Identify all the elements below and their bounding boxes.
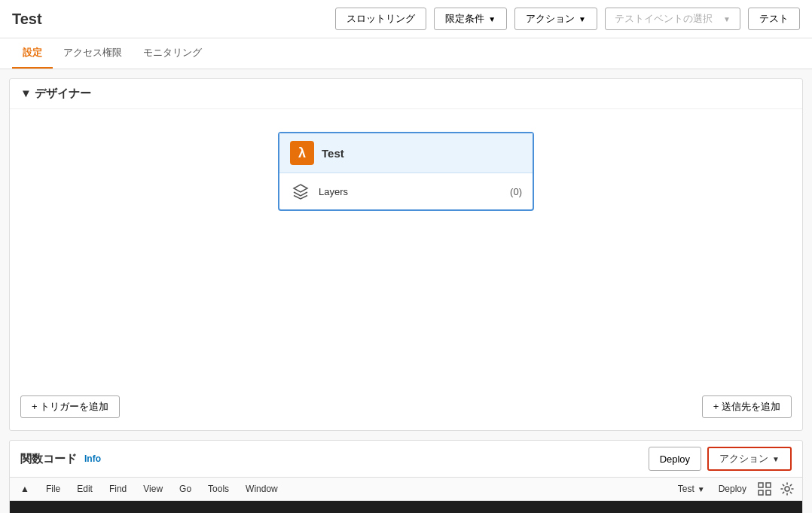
action-arrow-icon: ▼ bbox=[578, 15, 586, 23]
gear-icon[interactable] bbox=[780, 481, 795, 496]
throttle-button[interactable]: スロットリング bbox=[335, 8, 426, 30]
svg-rect-2 bbox=[766, 483, 771, 487]
svg-rect-4 bbox=[766, 490, 771, 495]
tab-monitoring[interactable]: モニタリング bbox=[133, 38, 212, 69]
code-section: 関数コード Info Deploy アクション ▼ ▲ File Edit Fi… bbox=[9, 440, 803, 513]
edit-menu[interactable]: Edit bbox=[74, 482, 96, 496]
tab-settings[interactable]: 設定 bbox=[12, 38, 53, 69]
test-event-select[interactable]: テストイベントの選択 ▼ bbox=[605, 8, 740, 30]
test-dropdown-icon: ▼ bbox=[698, 485, 705, 493]
editor-toolbar: ▲ File Edit Find View Go Tools Window Te… bbox=[10, 478, 802, 501]
info-badge[interactable]: Info bbox=[84, 453, 101, 464]
layers-count: (0) bbox=[510, 186, 522, 197]
svg-rect-1 bbox=[759, 483, 763, 487]
designer-header: ▼ デザイナー bbox=[10, 79, 802, 109]
tools-menu[interactable]: Tools bbox=[205, 482, 232, 496]
page-header: Test スロットリング 限定条件 ▼ アクション ▼ テストイベントの選択 ▼… bbox=[0, 0, 812, 38]
editor-deploy-btn[interactable]: Deploy bbox=[716, 482, 749, 496]
code-action-button[interactable]: アクション ▼ bbox=[707, 447, 792, 471]
designer-buttons: + トリガーを追加 + 送信先を追加 bbox=[10, 395, 802, 430]
test-event-arrow-icon: ▼ bbox=[723, 15, 731, 23]
editor-content[interactable]: チ bbox=[10, 501, 802, 513]
code-section-header: 関数コード Info Deploy アクション ▼ bbox=[10, 441, 802, 478]
lambda-node-header: λ Test bbox=[279, 133, 533, 173]
toolbar-right: Test ▼ Deploy bbox=[675, 481, 795, 496]
window-menu[interactable]: Window bbox=[243, 482, 281, 496]
designer-canvas: λ Test Layers (0) bbox=[10, 109, 802, 395]
view-menu[interactable]: View bbox=[140, 482, 166, 496]
code-action-arrow-icon: ▼ bbox=[772, 455, 780, 463]
svg-rect-3 bbox=[759, 490, 763, 495]
qualifier-arrow-icon: ▼ bbox=[488, 15, 496, 23]
layers-icon bbox=[290, 181, 311, 202]
qualifier-button[interactable]: 限定条件 ▼ bbox=[434, 8, 507, 30]
deploy-button[interactable]: Deploy bbox=[649, 447, 701, 471]
code-header-actions: Deploy アクション ▼ bbox=[649, 447, 792, 471]
layers-label: Layers bbox=[319, 186, 502, 197]
test-button[interactable]: テスト bbox=[748, 8, 800, 30]
file-menu[interactable]: File bbox=[43, 482, 63, 496]
lambda-icon: λ bbox=[290, 141, 314, 165]
lambda-node[interactable]: λ Test Layers (0) bbox=[278, 132, 534, 211]
tabs-bar: 設定 アクセス権限 モニタリング bbox=[0, 38, 812, 69]
find-menu[interactable]: Find bbox=[106, 482, 130, 496]
svg-point-5 bbox=[785, 487, 789, 491]
collapse-icon[interactable]: ▲ bbox=[17, 482, 32, 496]
action-button[interactable]: アクション ▼ bbox=[514, 8, 597, 30]
lambda-node-title: Test bbox=[322, 147, 344, 160]
expand-icon[interactable] bbox=[757, 481, 772, 496]
page-title: Test bbox=[12, 11, 42, 28]
editor-test-btn[interactable]: Test ▼ bbox=[675, 482, 708, 496]
code-section-title: 関数コード bbox=[20, 452, 77, 466]
tab-access[interactable]: アクセス権限 bbox=[53, 38, 133, 69]
go-menu[interactable]: Go bbox=[176, 482, 194, 496]
add-trigger-button[interactable]: + トリガーを追加 bbox=[20, 395, 120, 418]
add-destination-button[interactable]: + 送信先を追加 bbox=[702, 395, 792, 418]
svg-marker-0 bbox=[294, 185, 307, 192]
designer-section: ▼ デザイナー λ Test Layers (0) + トリガーを bbox=[9, 78, 803, 431]
layers-row[interactable]: Layers (0) bbox=[279, 173, 533, 209]
